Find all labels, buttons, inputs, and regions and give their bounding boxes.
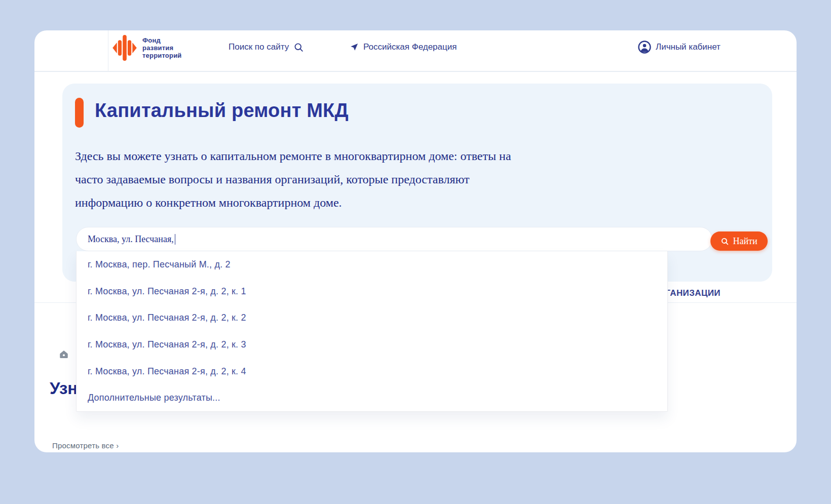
section-heading-partial: Узн <box>50 379 78 398</box>
search-icon <box>721 237 729 246</box>
header-vertical-separator <box>108 30 108 71</box>
suggestions-dropdown: г. Москва, пер. Песчаный М., д. 2 г. Мос… <box>76 251 668 412</box>
find-button[interactable]: Найти <box>710 231 768 251</box>
suggestion-more-results[interactable]: Дополнительные результаты... <box>77 384 667 411</box>
account-label: Личный кабинет <box>656 42 721 52</box>
logo-text: Фонд развития территорий <box>142 36 182 59</box>
page-background: Фонд развития территорий Поиск по сайту … <box>0 0 831 504</box>
address-search-value: Москва, ул. Песчаная, <box>88 234 174 245</box>
hero-description-line: Здесь вы можете узнать о капитальном рем… <box>75 144 637 168</box>
suggestion-item[interactable]: г. Москва, пер. Песчаный М., д. 2 <box>77 251 667 278</box>
hero-description-line: часто задаваемые вопросы и названия орга… <box>75 168 637 191</box>
title-accent-pill <box>75 98 84 128</box>
suggestion-item[interactable]: г. Москва, ул. Песчаная 2-я, д. 2, к. 2 <box>77 304 667 331</box>
site-search-label: Поиск по сайту <box>229 42 289 52</box>
find-button-label: Найти <box>733 236 757 247</box>
page-title: Капитальный ремонт МКД <box>95 100 349 122</box>
text-caret <box>175 234 176 245</box>
logo[interactable]: Фонд развития территорий <box>112 35 182 61</box>
header-bottom-border <box>34 71 797 72</box>
suggestion-item[interactable]: г. Москва, ул. Песчаная 2-я, д. 2, к. 4 <box>77 358 667 385</box>
suggestion-item[interactable]: г. Москва, ул. Песчаная 2-я, д. 2, к. 1 <box>77 278 667 305</box>
region-selector[interactable]: Российская Федерация <box>350 41 457 54</box>
site-search-button[interactable]: Поиск по сайту <box>229 41 304 54</box>
hero-description: Здесь вы можете узнать о капитальном рем… <box>75 144 637 214</box>
account-button[interactable]: Личный кабинет <box>638 40 721 54</box>
region-label: Российская Федерация <box>363 42 457 52</box>
home-icon[interactable] <box>59 350 68 359</box>
hero-description-line: информацию о конкретном многоквартирном … <box>75 191 637 214</box>
search-icon <box>293 42 304 53</box>
view-all-link[interactable]: Просмотреть все › <box>52 441 119 450</box>
address-search-input[interactable]: Москва, ул. Песчаная, <box>76 227 712 251</box>
user-icon <box>638 41 651 54</box>
logo-icon <box>112 35 137 61</box>
location-arrow-icon <box>350 43 359 52</box>
suggestion-item[interactable]: г. Москва, ул. Песчаная 2-я, д. 2, к. 3 <box>77 331 667 358</box>
